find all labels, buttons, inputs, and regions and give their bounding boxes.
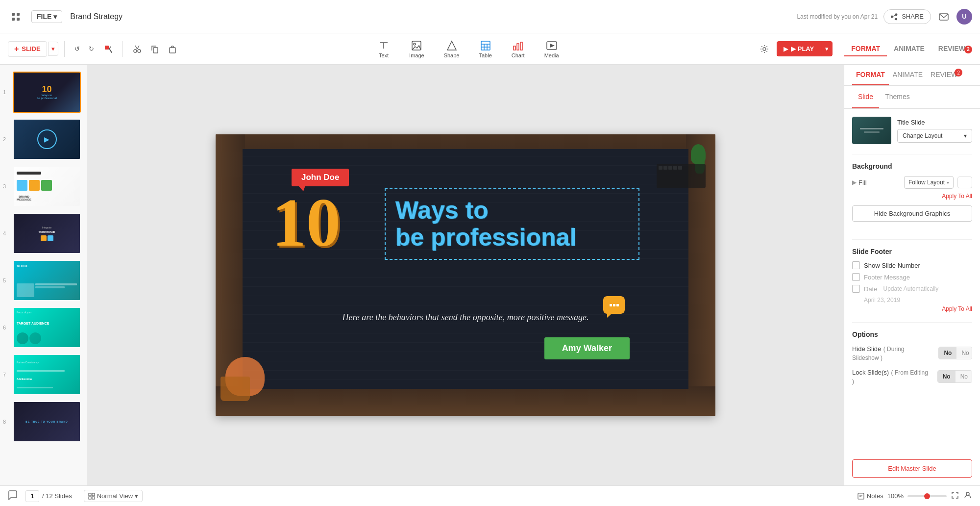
paint-format-button[interactable]: [100, 42, 117, 56]
page-total-text: / 12 Slides: [42, 492, 72, 500]
insert-chart-button[interactable]: Chart: [506, 38, 531, 60]
background-section: Background ▶ Fill Follow Layout ▾ Apply …: [852, 162, 972, 231]
layout-section: Title Slide Change Layout ▾: [852, 117, 972, 144]
view-label-text: Normal View: [97, 492, 133, 500]
zoom-thumb[interactable]: [924, 493, 930, 499]
share-button[interactable]: SHARE: [883, 9, 931, 24]
canvas-area[interactable]: John Doe 10 Ways to be professional: [87, 65, 844, 485]
slide-thumb-1[interactable]: 1 10 Ways tobe professional: [0, 69, 87, 116]
footer-apply-all-link[interactable]: Apply To All: [852, 305, 972, 312]
comment-icon[interactable]: [8, 490, 18, 502]
slide-number-5: 5: [0, 278, 6, 283]
insert-shape-button[interactable]: Shape: [438, 38, 466, 60]
settings-button[interactable]: [756, 41, 773, 57]
notes-button[interactable]: Notes: [857, 492, 883, 500]
person-icon[interactable]: [963, 491, 972, 501]
slide-tab[interactable]: Slide: [852, 86, 879, 108]
zoom-level-text: 100%: [887, 492, 904, 500]
apps-grid-icon[interactable]: [8, 9, 24, 25]
insert-table-button[interactable]: Table: [473, 38, 497, 60]
play-button[interactable]: ▶ ▶ PLAY: [777, 41, 821, 56]
page-number-input[interactable]: 1: [25, 490, 39, 502]
panel-content: Title Slide Change Layout ▾ Background ▶…: [844, 109, 980, 452]
copy-button[interactable]: [147, 42, 163, 56]
paste-button[interactable]: [164, 42, 181, 56]
svg-marker-16: [447, 41, 456, 50]
top-bar: FILE ▾ Brand Strategy Last modified by y…: [0, 0, 980, 33]
show-slide-number-checkbox[interactable]: [852, 261, 860, 269]
file-menu-button[interactable]: FILE ▾: [31, 10, 62, 23]
slide-thumb-4[interactable]: 4 Integrate YOUR BRAND: [0, 210, 87, 257]
add-slide-button[interactable]: + SLIDE: [8, 41, 47, 57]
hide-slide-yes-button[interactable]: No: [956, 347, 972, 359]
undo-button[interactable]: ↺: [71, 42, 84, 55]
slide-thumb-5[interactable]: 5 VOICE: [0, 257, 87, 304]
zoom-slider[interactable]: [907, 495, 947, 497]
slide-thumb-2[interactable]: 2 ▶: [0, 116, 87, 163]
themes-tab[interactable]: Themes: [879, 86, 916, 108]
slide-title-line2: be professional: [395, 224, 629, 251]
cut-button[interactable]: [129, 42, 146, 56]
slide-title-box[interactable]: Ways to be professional: [385, 188, 639, 260]
hide-slide-no-button[interactable]: No: [939, 347, 956, 359]
date-checkbox[interactable]: [852, 285, 860, 293]
svg-rect-30: [89, 497, 91, 499]
date-label: Date: [864, 285, 877, 293]
slide-cta-button: Amy Walker: [544, 337, 630, 359]
show-slide-number-row: Show Slide Number: [852, 261, 972, 269]
slide-name-tag: John Doe: [292, 169, 349, 186]
edit-master-slide-button[interactable]: Edit Master Slide: [852, 459, 972, 478]
insert-media-button[interactable]: Media: [539, 38, 565, 60]
view-selector[interactable]: Normal View ▾: [84, 490, 143, 502]
lock-slide-row: Lock Slide(s) ( From Editing ) No No: [852, 368, 972, 385]
toolbar-divider-1: [64, 41, 65, 57]
redo-button[interactable]: ↻: [85, 42, 98, 55]
background-section-title: Background: [852, 162, 972, 170]
svg-marker-26: [550, 44, 554, 47]
slide-footer-title: Slide Footer: [852, 248, 972, 255]
zoom-area: Notes 100%: [857, 491, 972, 501]
change-layout-button[interactable]: Change Layout ▾: [897, 129, 972, 143]
play-chevron-button[interactable]: ▾: [821, 41, 833, 56]
review-badge: 2: [964, 46, 972, 53]
lock-slide-no-button[interactable]: No: [938, 371, 956, 382]
background-apply-all-link[interactable]: Apply To All: [852, 193, 972, 200]
top-right-actions: Last modified by you on Apr 21 SHARE U: [797, 9, 972, 25]
slide-number-2: 2: [0, 136, 6, 142]
footer-message-checkbox[interactable]: [852, 273, 860, 281]
lock-slide-yes-button[interactable]: No: [956, 371, 972, 382]
divider-3: [852, 322, 972, 323]
fill-select-dropdown[interactable]: Follow Layout ▾: [904, 176, 954, 189]
divider-2: [852, 239, 972, 240]
color-swatch-button[interactable]: [957, 177, 972, 188]
right-toolbar: ▶ ▶ PLAY ▾ FORMAT ANIMATE REVIEW 2: [756, 41, 972, 57]
layout-info: Title Slide Change Layout ▾: [897, 119, 972, 143]
hide-slide-label: Hide Slide: [852, 345, 881, 353]
lock-slide-toggle: No No: [937, 370, 972, 383]
slide-number-6: 6: [0, 325, 6, 330]
insert-text-button[interactable]: Text: [372, 38, 395, 60]
slide-thumb-3[interactable]: 3 BRANDMESSAGE: [0, 163, 87, 210]
layout-title-text: Title Slide: [897, 119, 972, 126]
review-panel-tab[interactable]: REVIEW 2: [931, 42, 972, 56]
add-slide-chevron-button[interactable]: ▾: [48, 42, 58, 56]
insert-toolbar: Text Image Shape Table Chart Media: [183, 38, 754, 60]
options-section-title: Options: [852, 330, 972, 338]
animate-tab[interactable]: ANIMATE: [889, 65, 927, 85]
user-avatar[interactable]: U: [956, 9, 972, 25]
slide-thumb-7[interactable]: 7 Partner Consistency Add Emotion: [0, 351, 87, 398]
slide-number-4: 4: [0, 230, 6, 236]
slide-thumb-8[interactable]: 8 BE TRUE TO YOUR BRAND: [0, 398, 87, 445]
show-slide-number-label: Show Slide Number: [864, 262, 920, 269]
fullscreen-button[interactable]: [951, 491, 959, 501]
update-automatically-text: Update Automatically: [883, 285, 938, 292]
hide-background-graphics-button[interactable]: Hide Background Graphics: [852, 205, 972, 222]
animate-panel-tab[interactable]: ANIMATE: [887, 42, 931, 56]
slide-panel: 1 10 Ways tobe professional 2 ▶: [0, 65, 87, 485]
review-tab[interactable]: REVIEW 2: [927, 65, 961, 85]
format-panel-tab[interactable]: FORMAT: [844, 42, 887, 56]
insert-image-button[interactable]: Image: [403, 38, 430, 60]
mail-icon[interactable]: [937, 10, 951, 24]
format-tab[interactable]: FORMAT: [852, 65, 889, 85]
slide-thumb-6[interactable]: 6 Focus of your TARGET AUDIENCE: [0, 304, 87, 351]
